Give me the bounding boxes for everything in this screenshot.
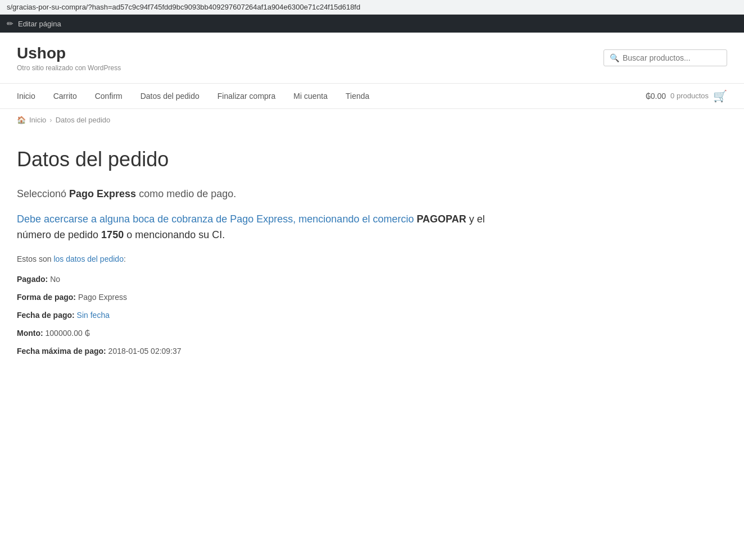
basket-icon[interactable]: 🛒 xyxy=(713,89,727,103)
info-part1: Debe acercarse a alguna boca de cobranza… xyxy=(17,213,296,225)
nav-item-mi-cuenta[interactable]: Mi cuenta xyxy=(284,84,337,108)
search-input[interactable] xyxy=(623,53,721,62)
payment-suffix: como medio de pago. xyxy=(136,188,236,199)
commerce-name: PAGOPAR xyxy=(416,213,466,225)
detail-value-payment-method: Pago Express xyxy=(78,293,127,302)
detail-value-max-date: 2018-01-05 02:09:37 xyxy=(108,347,182,356)
url-text: s/gracias-por-su-compra/?hash=ad57c9c94f… xyxy=(7,3,360,11)
nav-item-tienda[interactable]: Tienda xyxy=(337,84,378,108)
main-content: Datos del pedido Seleccionó Pago Express… xyxy=(0,131,506,399)
intro-link: los datos del pedido xyxy=(53,254,124,263)
nav-item-inicio[interactable]: Inicio xyxy=(17,84,44,108)
breadcrumb: 🏠 Inicio › Datos del pedido xyxy=(0,109,744,131)
order-number: 1750 xyxy=(101,229,124,240)
payment-method-line: Seleccionó Pago Express como medio de pa… xyxy=(17,188,489,200)
intro-suffix: : xyxy=(124,254,126,263)
search-icon: 🔍 xyxy=(610,53,619,62)
site-title[interactable]: Ushop xyxy=(17,44,121,63)
detail-row-payment-method: Forma de pago: Pago Express xyxy=(17,293,489,302)
breadcrumb-separator: › xyxy=(49,116,52,124)
nav-item-confirm[interactable]: Confirm xyxy=(86,84,131,108)
detail-label-payment-date: Fecha de pago: xyxy=(17,311,75,320)
detail-value-paid: No xyxy=(50,275,60,284)
pencil-icon: ✏ xyxy=(7,19,13,28)
logo-area: Ushop Otro sitio realizado con WordPress xyxy=(17,44,121,72)
breadcrumb-current: Datos del pedido xyxy=(56,116,111,124)
detail-value-payment-date: Sin fecha xyxy=(77,311,110,320)
detail-row-max-date: Fecha máxima de pago: 2018-01-05 02:09:3… xyxy=(17,347,489,356)
edit-page-label[interactable]: Editar página xyxy=(18,20,61,28)
detail-label-max-date: Fecha máxima de pago: xyxy=(17,347,106,356)
intro-prefix: Estos son xyxy=(17,254,53,263)
cart-price: ₲0.00 xyxy=(646,92,666,101)
detail-label-amount: Monto: xyxy=(17,329,43,338)
detail-row-paid: Pagado: No xyxy=(17,275,489,284)
payment-method-name: Pago Express xyxy=(69,188,136,199)
nav-item-datos-pedido[interactable]: Datos del pedido xyxy=(131,84,208,108)
page-title: Datos del pedido xyxy=(17,148,489,171)
order-details-intro: Estos son los datos del pedido: xyxy=(17,254,489,263)
nav-item-finalizar-compra[interactable]: Finalizar compra xyxy=(208,84,284,108)
site-header: Ushop Otro sitio realizado con WordPress… xyxy=(0,33,744,84)
site-nav: Inicio Carrito Confirm Datos del pedido … xyxy=(0,84,744,109)
payment-prefix: Seleccionó xyxy=(17,188,69,199)
site-tagline: Otro sitio realizado con WordPress xyxy=(17,64,121,72)
cart-area[interactable]: ₲0.00 0 productos 🛒 xyxy=(646,89,727,103)
search-bar[interactable]: 🔍 xyxy=(604,49,727,66)
info-part2: mencionando el comercio xyxy=(296,213,416,225)
detail-row-amount: Monto: 100000.00 ₲ xyxy=(17,329,489,338)
info-part4: o mencionando su CI. xyxy=(124,229,225,240)
nav-item-carrito[interactable]: Carrito xyxy=(44,84,86,108)
breadcrumb-home-icon: 🏠 xyxy=(17,116,26,124)
detail-row-payment-date: Fecha de pago: Sin fecha xyxy=(17,311,489,320)
detail-label-payment-method: Forma de pago: xyxy=(17,293,76,302)
admin-bar: ✏ Editar página xyxy=(0,15,744,33)
breadcrumb-home-link[interactable]: Inicio xyxy=(29,116,46,124)
url-bar: s/gracias-por-su-compra/?hash=ad57c9c94f… xyxy=(0,0,744,15)
detail-label-paid: Pagado: xyxy=(17,275,48,284)
nav-items: Inicio Carrito Confirm Datos del pedido … xyxy=(17,84,646,108)
cart-count: 0 productos xyxy=(670,92,709,100)
detail-value-amount: 100000.00 ₲ xyxy=(46,329,90,338)
pago-express-info: Debe acercarse a alguna boca de cobranza… xyxy=(17,211,489,244)
